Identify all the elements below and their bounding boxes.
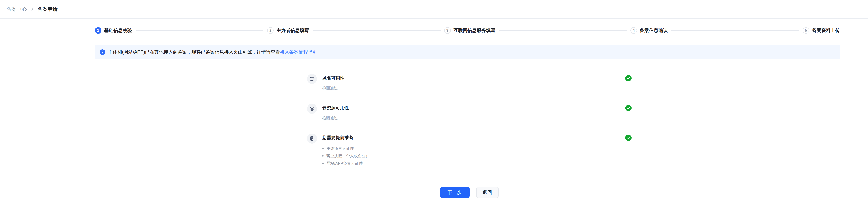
- bullet-dot: [322, 155, 323, 156]
- step-basic-info-check: 1 基础信息校验: [95, 27, 132, 34]
- bullet-text: 营业执照（个人或企业）: [327, 152, 369, 160]
- bullet-item: 网站/APP负责人证件: [322, 160, 625, 167]
- step-connector: [136, 30, 264, 31]
- check-circle-icon: [625, 105, 631, 111]
- list-item-domain-availability: 域名可用性 检测通过: [307, 74, 631, 98]
- list-item-cloud-resource-availability: 云资源可用性 检测通过: [307, 104, 631, 128]
- chevron-right-icon: [30, 7, 34, 11]
- banner-guide-link[interactable]: 接入备案流程指引: [280, 49, 317, 55]
- bullet-text: 主体负责人证件: [327, 145, 354, 152]
- prepare-bullet-list: 主体负责人证件 营业执照（个人或企业） 网站/APP负责人证件: [322, 145, 625, 167]
- step-number-badge: 1: [95, 27, 101, 34]
- info-icon: [100, 49, 105, 55]
- bullet-text: 网站/APP负责人证件: [327, 160, 363, 167]
- item-title: 您需要提前准备: [322, 135, 625, 141]
- step-connector: [313, 30, 440, 31]
- step-organizer-info: 2 主办者信息填写: [267, 27, 309, 34]
- wizard-stepper: 1 基础信息校验 2 主办者信息填写 3 互联网信息服务填写 4 备案信息确认 …: [95, 27, 840, 34]
- check-circle-icon: [625, 75, 631, 81]
- breadcrumb-parent-link[interactable]: 备案中心: [7, 6, 27, 12]
- document-icon: [307, 134, 317, 144]
- precheck-list: 域名可用性 检测通过 云资源可用性 检测通过: [307, 74, 631, 174]
- step-number-badge: 4: [630, 27, 637, 34]
- check-circle-icon: [625, 135, 631, 141]
- item-title: 域名可用性: [322, 75, 625, 81]
- step-filing-material-upload: 5 备案资料上传: [803, 27, 840, 34]
- step-label: 互联网信息服务填写: [454, 27, 495, 33]
- item-status-text: 检测通过: [322, 85, 625, 91]
- step-number-badge: 5: [803, 27, 809, 34]
- main-content: 1 基础信息校验 2 主办者信息填写 3 互联网信息服务填写 4 备案信息确认 …: [95, 19, 840, 198]
- step-filing-info-confirm: 4 备案信息确认: [630, 27, 668, 34]
- bullet-item: 主体负责人证件: [322, 145, 625, 152]
- step-connector: [671, 30, 799, 31]
- breadcrumb: 备案中心 备案申请: [0, 0, 868, 19]
- step-label: 基础信息校验: [104, 27, 132, 33]
- list-item-prepare-in-advance: 您需要提前准备 主体负责人证件 营业执照（个人或企业） 网站/APP负责人: [307, 134, 631, 174]
- page-title: 备案申请: [38, 6, 58, 12]
- info-banner: 主体和(网站/APP)已在其他接入商备案，现将已备案信息接入火山引擎，详情请查看…: [95, 45, 840, 59]
- step-number-badge: 2: [267, 27, 274, 34]
- next-step-button[interactable]: 下一步: [440, 187, 469, 198]
- banner-message: 主体和(网站/APP)已在其他接入商备案，现将已备案信息接入火山引擎，详情请查看: [108, 49, 280, 55]
- back-button[interactable]: 返回: [476, 187, 499, 198]
- item-status-text: 检测通过: [322, 115, 625, 120]
- bullet-item: 营业执照（个人或企业）: [322, 152, 625, 160]
- bullet-dot: [322, 148, 323, 149]
- item-title: 云资源可用性: [322, 105, 625, 111]
- globe-icon: [307, 74, 317, 84]
- bullet-dot: [322, 163, 323, 164]
- step-label: 备案信息确认: [640, 27, 668, 33]
- step-connector: [499, 30, 627, 31]
- step-label: 备案资料上传: [812, 27, 840, 33]
- step-internet-service-info: 3 互联网信息服务填写: [444, 27, 495, 34]
- step-label: 主办者信息填写: [276, 27, 309, 33]
- step-number-badge: 3: [444, 27, 451, 34]
- action-bar: 下一步 返回: [307, 187, 631, 198]
- layers-icon: [307, 104, 317, 114]
